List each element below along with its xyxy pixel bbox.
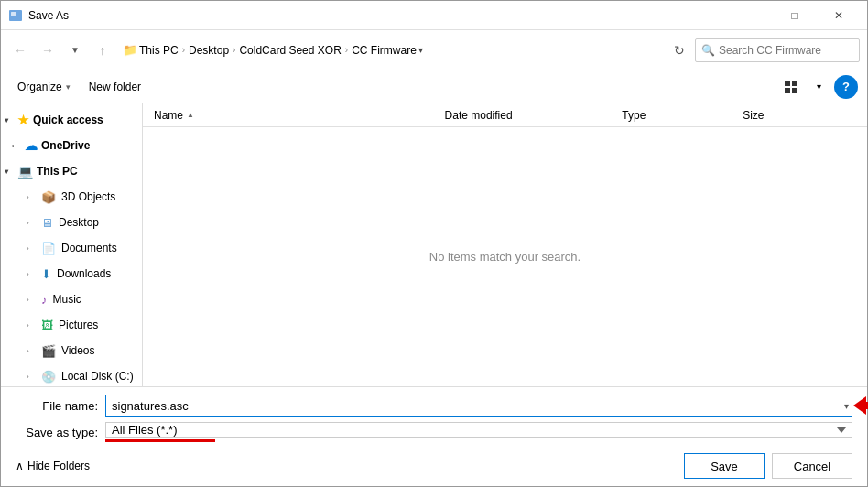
filename-input[interactable] xyxy=(105,395,852,417)
close-button[interactable]: ✕ xyxy=(818,1,860,30)
sidebar: ▾ ★ Quick access › ☁ OneDrive ▾ 💻 This P… xyxy=(1,103,143,386)
videos-expand-arrow: › xyxy=(27,347,36,355)
sidebar-label-pictures: Pictures xyxy=(59,319,98,331)
onedrive-expand-arrow: › xyxy=(12,142,21,150)
sidebar-label-localdisk: Local Disk (C:) xyxy=(61,370,134,383)
savetype-label: Save as type: xyxy=(16,426,98,439)
sort-arrow-name: ▲ xyxy=(187,111,194,119)
sidebar-item-quick-access[interactable]: ▾ ★ Quick access xyxy=(1,107,142,133)
sidebar-label-downloads: Downloads xyxy=(57,267,111,280)
title-bar: Save As ─ □ ✕ xyxy=(1,1,867,30)
refresh-button[interactable]: ↻ xyxy=(667,38,691,62)
sidebar-item-3dobjects[interactable]: › 📦 3D Objects xyxy=(1,184,142,210)
downloads-icon: ⬇ xyxy=(41,267,51,281)
filename-row: File name: ▾ xyxy=(16,395,852,417)
hide-folders-button[interactable]: ∧ Hide Folders xyxy=(16,460,90,472)
back-button[interactable]: ← xyxy=(8,38,32,62)
red-underline xyxy=(105,439,215,442)
onedrive-icon: ☁ xyxy=(25,138,38,153)
file-list-content: No items match your search. xyxy=(143,127,867,386)
downloads-expand-arrow: › xyxy=(27,270,36,278)
organize-button[interactable]: Organize ▾ xyxy=(10,75,78,99)
organize-dropdown-arrow: ▾ xyxy=(66,82,71,92)
sidebar-item-music[interactable]: › ♪ Music xyxy=(1,287,142,312)
window-controls: ─ □ ✕ xyxy=(730,1,860,30)
sidebar-item-pictures[interactable]: › 🖼 Pictures xyxy=(1,312,142,338)
thispc-expand-arrow: ▾ xyxy=(5,168,14,176)
quick-access-icon: ★ xyxy=(17,113,29,127)
svg-rect-4 xyxy=(785,88,790,93)
main-area: ▾ ★ Quick access › ☁ OneDrive ▾ 💻 This P… xyxy=(1,103,867,386)
sidebar-label-onedrive: OneDrive xyxy=(41,139,90,152)
3dobjects-expand-arrow: › xyxy=(27,193,36,201)
sidebar-label-quick-access: Quick access xyxy=(33,114,103,126)
search-input[interactable] xyxy=(719,44,856,57)
column-type[interactable]: Type xyxy=(618,109,739,122)
sidebar-item-documents[interactable]: › 📄 Documents xyxy=(1,235,142,261)
sidebar-item-localdisk[interactable]: › 💿 Local Disk (C:) xyxy=(1,363,142,386)
documents-icon: 📄 xyxy=(41,242,56,255)
save-button[interactable]: Save xyxy=(684,453,765,479)
file-area: Name ▲ Date modified Type Size No items … xyxy=(143,103,867,386)
dialog-icon xyxy=(8,8,23,23)
localdisk-expand-arrow: › xyxy=(27,373,36,381)
pictures-expand-arrow: › xyxy=(27,321,36,330)
view-toggle-button[interactable] xyxy=(779,75,803,99)
svg-rect-5 xyxy=(792,88,797,93)
empty-message: No items match your search. xyxy=(429,250,580,264)
desktop-expand-arrow: › xyxy=(27,219,36,227)
sidebar-item-downloads[interactable]: › ⬇ Downloads xyxy=(1,261,142,287)
breadcrumb[interactable]: 📁 This PC › Desktop › ColdCard Seed XOR … xyxy=(118,38,664,62)
desktop-icon: 🖥 xyxy=(41,216,53,230)
sidebar-label-thispc: This PC xyxy=(37,165,78,178)
sidebar-item-thispc[interactable]: ▾ 💻 This PC xyxy=(1,158,142,184)
sidebar-label-desktop: Desktop xyxy=(59,216,99,229)
sidebar-label-documents: Documents xyxy=(61,242,117,254)
videos-icon: 🎬 xyxy=(41,344,56,358)
sidebar-item-desktop[interactable]: › 🖥 Desktop xyxy=(1,210,142,235)
documents-expand-arrow: › xyxy=(27,244,36,253)
filename-input-wrapper: ▾ xyxy=(105,395,852,417)
sidebar-item-onedrive[interactable]: › ☁ OneDrive xyxy=(1,133,142,158)
dialog-title: Save As xyxy=(28,9,730,22)
folder-icon: 📁 xyxy=(123,43,137,57)
savetype-row: Save as type: All Files (*.*) xyxy=(16,422,852,442)
svg-rect-2 xyxy=(785,81,790,86)
new-folder-button[interactable]: New folder xyxy=(81,75,148,99)
savetype-select[interactable]: All Files (*.*) xyxy=(105,422,852,438)
breadcrumb-ccfirmware: CC Firmware ▾ xyxy=(352,44,423,57)
search-icon: 🔍 xyxy=(701,44,715,57)
toolbar: Organize ▾ New folder ▾ ? xyxy=(1,70,867,103)
breadcrumb-desktop: Desktop › xyxy=(189,44,237,57)
address-bar: ← → ▼ ↑ 📁 This PC › Desktop › ColdCard S… xyxy=(1,30,867,70)
action-row: ∧ Hide Folders Save Cancel xyxy=(16,448,852,479)
music-expand-arrow: › xyxy=(27,296,36,304)
search-box: 🔍 xyxy=(695,38,860,62)
red-arrow-indicator xyxy=(853,396,868,415)
cancel-button[interactable]: Cancel xyxy=(772,453,852,479)
pictures-icon: 🖼 xyxy=(41,319,53,332)
column-size[interactable]: Size xyxy=(739,109,860,122)
thispc-icon: 💻 xyxy=(17,164,33,179)
up-button[interactable]: ↑ xyxy=(91,38,114,62)
3dobjects-icon: 📦 xyxy=(41,190,56,204)
music-icon: ♪ xyxy=(41,293,48,307)
sidebar-label-3dobjects: 3D Objects xyxy=(61,190,115,203)
help-button[interactable]: ? xyxy=(834,75,858,99)
quick-access-expand-arrow: ▾ xyxy=(5,116,14,124)
maximize-button[interactable]: □ xyxy=(774,1,816,30)
bottom-bar: File name: ▾ Save as type: All Files (*.… xyxy=(1,386,867,486)
forward-button[interactable]: → xyxy=(36,38,60,62)
sidebar-item-videos[interactable]: › 🎬 Videos xyxy=(1,338,142,363)
sidebar-label-videos: Videos xyxy=(61,344,94,357)
harddisk-icon: 💿 xyxy=(41,370,56,384)
filename-label: File name: xyxy=(16,399,98,413)
view-dropdown-button[interactable]: ▾ xyxy=(807,75,830,99)
minimize-button[interactable]: ─ xyxy=(730,1,772,30)
column-name[interactable]: Name ▲ xyxy=(150,109,441,122)
breadcrumb-dropdown-arrow: ▾ xyxy=(418,45,423,55)
recent-button[interactable]: ▼ xyxy=(63,38,87,62)
breadcrumb-thispc: 📁 This PC › xyxy=(123,43,187,57)
column-date-modified[interactable]: Date modified xyxy=(441,109,619,122)
save-as-dialog: Save As ─ □ ✕ ← → ▼ ↑ 📁 This PC › Deskto… xyxy=(0,0,868,487)
